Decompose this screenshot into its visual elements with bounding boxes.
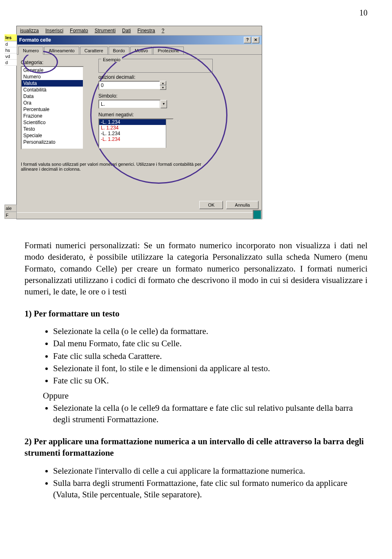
tab-font[interactable]: Carattere xyxy=(80,47,108,55)
list-item[interactable]: Frazione xyxy=(22,113,83,119)
menu-format[interactable]: Formato xyxy=(67,27,91,34)
menu-view[interactable]: isualizza xyxy=(17,27,42,34)
cell: hs xyxy=(4,47,17,53)
formula-bar-fragment: F xyxy=(4,212,17,219)
paragraph-intro: Formati numerici personalizzati: Se un f… xyxy=(24,240,368,298)
negative-format-listbox[interactable]: -L. 1.234 L. 1.234 -L. 1.234 -L. 1.234 xyxy=(98,118,174,149)
close-icon[interactable]: ✕ xyxy=(252,37,259,43)
sheet-tabs-area: ale F xyxy=(4,205,17,219)
cancel-button[interactable]: Annulla xyxy=(226,201,258,209)
symbol-combobox[interactable]: L. ▼ xyxy=(98,100,213,109)
cell: vd xyxy=(4,53,17,60)
menu-bar: isualizza Inserisci Formato Strumenti Da… xyxy=(17,26,262,36)
spreadsheet-left-column: les d hs vd d xyxy=(4,34,17,66)
spin-up-icon[interactable]: ▲ xyxy=(160,81,166,85)
menu-help[interactable]: ? xyxy=(158,27,168,34)
list-item[interactable]: -L. 1.234 xyxy=(99,119,173,125)
tab-border[interactable]: Bordo xyxy=(109,47,129,55)
chevron-down-icon[interactable]: ▼ xyxy=(160,100,167,108)
bullet-item: Sulla barra degli strumenti Formattazion… xyxy=(53,477,368,501)
bullet-item: Selezionate il font, lo stile e le dimen… xyxy=(53,363,368,374)
example-groupbox: Esempio xyxy=(98,59,213,73)
bullet-item: Fate clic sulla scheda Carattere. xyxy=(53,350,368,362)
dialog-button-row: OK Annulla xyxy=(17,198,262,212)
page-number: 10 xyxy=(0,0,392,22)
menu-window[interactable]: Finestra xyxy=(134,27,158,34)
spin-down-icon[interactable]: ▼ xyxy=(160,85,166,90)
scrollbar-thumb[interactable] xyxy=(253,210,262,220)
column-header: les xyxy=(4,34,17,41)
list-item[interactable]: Percentuale xyxy=(22,106,83,113)
tab-number[interactable]: Numero xyxy=(18,47,43,55)
negative-label: Numeri negativi: xyxy=(98,112,213,118)
dialog-tabstrip: Numero Allineamento Carattere Bordo Moti… xyxy=(17,45,262,54)
dialog-title-bar: Formato celle ? ✕ xyxy=(17,36,262,45)
scrollbar[interactable] xyxy=(166,119,173,148)
decimal-label: osizioni decimali: xyxy=(98,74,213,80)
list-item[interactable]: Ora xyxy=(22,100,83,106)
list-item[interactable]: Data xyxy=(22,93,83,100)
bullet-item: Selezionate la cella (o le celle) da for… xyxy=(53,325,368,337)
decimal-places-stepper[interactable]: ▲ ▼ xyxy=(98,81,213,90)
sheet-tab[interactable]: ale xyxy=(4,205,17,212)
dialog-title: Formato celle xyxy=(19,37,51,43)
list-item[interactable]: Generale xyxy=(22,67,83,73)
list-item[interactable]: Numero xyxy=(22,73,83,80)
tab-pattern[interactable]: Motivo xyxy=(130,47,152,55)
list-item[interactable]: Valuta xyxy=(22,80,83,87)
format-hint-text: I formati valuta sono utilizzati per val… xyxy=(21,162,217,171)
tab-protection[interactable]: Protezione xyxy=(153,47,184,55)
heading-format-text: 1) Per formattare un testo xyxy=(24,308,368,319)
symbol-value[interactable]: L. xyxy=(98,100,160,109)
category-listbox[interactable]: Generale Numero Valuta Contabilità Data … xyxy=(21,66,84,149)
bullet-item: Selezionate l'intervallo di celle a cui … xyxy=(53,465,368,477)
bullet-item: Selezionate la cella (o le celle9 da for… xyxy=(53,402,368,425)
bullet-item: Dal menu Formato, fate clic su Celle. xyxy=(53,338,368,349)
help-icon[interactable]: ? xyxy=(244,37,251,43)
status-bar: NU xyxy=(17,212,262,219)
list-item[interactable]: -L. 1.234 xyxy=(99,136,173,142)
list-item[interactable]: L. 1.234 xyxy=(99,125,173,131)
menu-insert[interactable]: Inserisci xyxy=(42,27,67,34)
list-item[interactable]: Scientifico xyxy=(22,119,83,126)
symbol-label: Simbolo: xyxy=(98,93,213,99)
tab-alignment[interactable]: Allineamento xyxy=(44,47,79,55)
decimal-input[interactable] xyxy=(98,81,160,90)
list-item[interactable]: Speciale xyxy=(22,132,83,139)
list-item[interactable]: -L. 1.234 xyxy=(99,131,173,136)
ok-button[interactable]: OK xyxy=(199,201,223,209)
or-label: Oppure xyxy=(43,390,368,401)
app-screenshot: les d hs vd d ale F isualizza Inserisci … xyxy=(16,26,262,219)
cell: d xyxy=(4,41,17,47)
menu-data[interactable]: Dati xyxy=(119,27,134,34)
menu-tools[interactable]: Strumenti xyxy=(91,27,119,34)
example-label: Esempio xyxy=(101,57,122,62)
bullet-item: Fate clic su OK. xyxy=(53,375,368,386)
document-body: Formati numerici personalizzati: Se un f… xyxy=(0,232,392,520)
heading-numeric-format: 2) Per applicare una formattazione numer… xyxy=(24,436,368,459)
list-item[interactable]: Contabilità xyxy=(22,87,83,93)
list-item[interactable]: Testo xyxy=(22,126,83,132)
dialog-body: Categoria: Generale Numero Valuta Contab… xyxy=(17,54,262,198)
list-item[interactable]: Personalizzato xyxy=(22,139,83,145)
cell: d xyxy=(4,60,17,66)
